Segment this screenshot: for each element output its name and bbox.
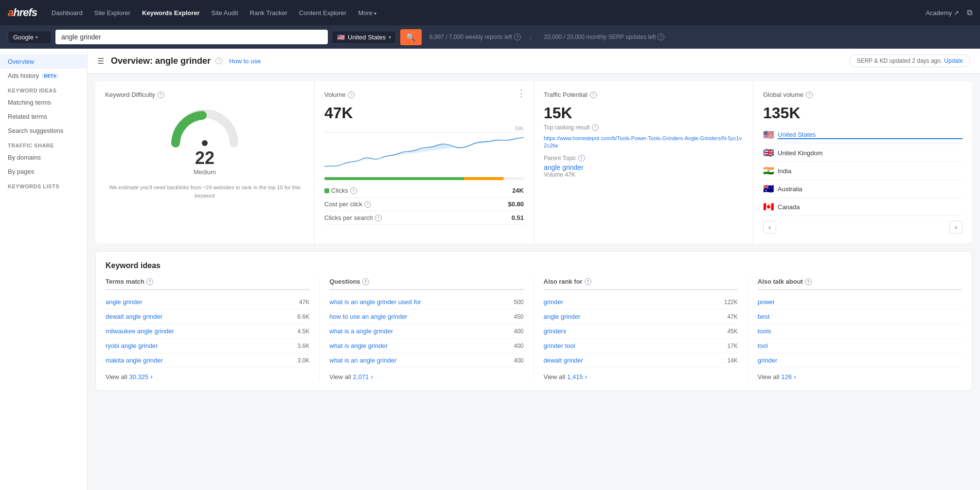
parent-topic-info-icon[interactable]: ? (578, 155, 585, 162)
volume-info-icon[interactable]: ? (348, 91, 355, 98)
cps-info-icon[interactable]: ? (375, 215, 382, 221)
brand-logo[interactable]: ahrefs (8, 6, 37, 19)
gv-info-icon[interactable]: ? (806, 91, 813, 98)
ar-kw-4[interactable]: dewalt grinder (544, 357, 584, 364)
nav-content-explorer[interactable]: Content Explorer (294, 6, 352, 19)
how-to-use-link[interactable]: How to use (229, 57, 261, 65)
cps-row: Clicks per search ? 0.51 (324, 211, 524, 225)
tm-kw-2[interactable]: milwaukee angle grinder (106, 327, 174, 335)
at-view-all[interactable]: View all 126 › (758, 368, 962, 381)
cpc-info-icon[interactable]: ? (364, 201, 371, 208)
tm-kw-0[interactable]: angle grinder (106, 298, 143, 306)
sidebar-item-by-pages[interactable]: By pages (0, 164, 87, 179)
volume-card: Volume ? ⋮ 47K 59K (315, 81, 534, 243)
parent-topic-value[interactable]: angle grinder (544, 163, 743, 171)
nav-site-explorer[interactable]: Site Explorer (89, 6, 135, 19)
ar-kw-3[interactable]: grinder tool (544, 342, 575, 349)
q-kw-3[interactable]: what is angle grinder (329, 342, 388, 349)
tm-kw-4[interactable]: makita angle grinder (106, 357, 163, 364)
tm-kw-1[interactable]: dewalt angle grinder (106, 313, 162, 320)
page-header: ☰ Overview: angle grinder ? How to use S… (88, 49, 980, 73)
at-kw-1[interactable]: best (758, 313, 770, 320)
at-kw-3[interactable]: tool (758, 342, 768, 349)
q-vol-3: 400 (514, 343, 523, 349)
keyword-difficulty-card: Keyword Difficulty ? 22 Medium We estima… (95, 81, 314, 243)
tp-info-icon[interactable]: ? (590, 91, 597, 98)
us-flag: 🇺🇸 (337, 34, 345, 41)
sidebar-item-keywords-lists[interactable] (0, 191, 87, 198)
terms-match-info-icon[interactable]: ? (146, 278, 153, 285)
tm-row-0: angle grinder 47K (106, 295, 309, 309)
nav-site-audit[interactable]: Site Audit (207, 6, 243, 19)
update-link[interactable]: Update (944, 57, 963, 64)
q-kw-4[interactable]: what is an angle grinder (329, 357, 396, 364)
country-row-uk[interactable]: 🇬🇧 United Kingdom (763, 144, 962, 162)
country-row-au[interactable]: 🇦🇺 Australia (763, 180, 962, 198)
q-kw-2[interactable]: what is a angle grinder (329, 327, 393, 335)
kd-info-icon[interactable]: ? (158, 91, 164, 98)
nav-rank-tracker[interactable]: Rank Tracker (245, 6, 292, 19)
window-icon[interactable]: ⧉ (967, 8, 972, 17)
at-kw-0[interactable]: power (758, 298, 775, 306)
top-ranking-url[interactable]: https://www.homedepot.com/b/Tools-Power-… (544, 135, 743, 150)
ar-kw-1[interactable]: angle grinder (544, 313, 581, 320)
overview-info-icon[interactable]: ? (215, 57, 222, 64)
sidebar-item-search-suggestions[interactable]: Search suggestions (0, 124, 87, 138)
parent-topic-label: Parent Topic ? (544, 155, 743, 162)
search-button[interactable]: 🔍 (400, 29, 422, 45)
q-row-2: what is a angle grinder 400 (329, 324, 523, 339)
top-ranking-info-icon[interactable]: ? (592, 124, 599, 131)
search-input[interactable] (55, 30, 328, 44)
clicks-info-icon[interactable]: ? (350, 187, 357, 194)
ideas-col-also-rank: Also rank for ? grinder 122K angle grind… (534, 278, 748, 381)
ar-kw-2[interactable]: grinders (544, 327, 567, 335)
sidebar-item-by-domains[interactable]: By domains (0, 150, 87, 164)
country-row-ca[interactable]: 🇨🇦 Canada (763, 198, 962, 216)
serp-info-icon[interactable]: ? (658, 34, 664, 40)
tm-kw-3[interactable]: ryobi angle grinder (106, 342, 158, 349)
flag-au: 🇦🇺 (763, 183, 774, 194)
at-kw-4[interactable]: grinder (758, 357, 777, 364)
q-view-all[interactable]: View all 2,071 › (329, 368, 523, 381)
q-kw-0[interactable]: what is an angle grinder used for (329, 298, 421, 306)
keyword-ideas-title: Keyword ideas (106, 261, 962, 270)
nav-keywords-explorer[interactable]: Keywords Explorer (137, 6, 205, 19)
sidebar-item-related-terms[interactable]: Related terms (0, 109, 87, 124)
questions-info-icon[interactable]: ? (362, 278, 369, 285)
cpc-label: Cost per click ? (324, 200, 371, 208)
engine-select[interactable]: Google (8, 31, 52, 44)
nav-more[interactable]: More (353, 6, 381, 19)
nav-dashboard[interactable]: Dashboard (47, 6, 88, 19)
ar-vol-4: 14K (727, 357, 737, 364)
questions-header: Questions ? (329, 278, 523, 290)
ar-kw-0[interactable]: grinder (544, 298, 563, 306)
country-select[interactable]: 🇺🇸 United States (332, 31, 396, 44)
global-nav-prev[interactable]: ‹ (763, 221, 776, 234)
q-row-1: how to use an angle grinder 450 (329, 309, 523, 324)
reports-info-icon[interactable]: ? (514, 34, 521, 40)
sidebar-item-overview[interactable]: Overview (0, 54, 87, 69)
tm-chevron-icon: › (150, 373, 153, 381)
ar-row-4: dewalt grinder 14K (544, 353, 738, 368)
tm-view-all[interactable]: View all 30,325 › (106, 368, 309, 381)
also-talk-info-icon[interactable]: ? (805, 278, 812, 285)
ar-view-all-count: 1,415 (567, 373, 583, 381)
at-kw-2[interactable]: tools (758, 327, 771, 335)
country-row-us[interactable]: 🇺🇸 United States (763, 126, 962, 144)
reports-info: 6,997 / 7,000 weekly reports left ? (429, 34, 521, 40)
ar-view-all[interactable]: View all 1,415 › (544, 368, 738, 381)
sidebar-item-ads-history[interactable]: Ads history BETA (0, 69, 87, 83)
volume-title: Volume ? (324, 91, 524, 98)
ar-vol-3: 17K (727, 343, 737, 349)
also-rank-info-icon[interactable]: ? (585, 278, 591, 285)
global-nav-next[interactable]: › (949, 221, 962, 234)
hamburger-icon[interactable]: ☰ (97, 56, 104, 66)
sidebar-item-matching-terms[interactable]: Matching terms (0, 95, 87, 109)
volume-menu-dots[interactable]: ⋮ (517, 89, 526, 98)
kd-note: We estimate you'll need backlinks from ~… (105, 183, 304, 200)
tm-row-4: makita angle grinder 3.0K (106, 353, 309, 368)
country-row-in[interactable]: 🇮🇳 India (763, 162, 962, 180)
q-kw-1[interactable]: how to use an angle grinder (329, 313, 407, 320)
nav-academy[interactable]: Academy ↗ (926, 9, 959, 17)
ar-chevron-icon: › (585, 373, 588, 381)
